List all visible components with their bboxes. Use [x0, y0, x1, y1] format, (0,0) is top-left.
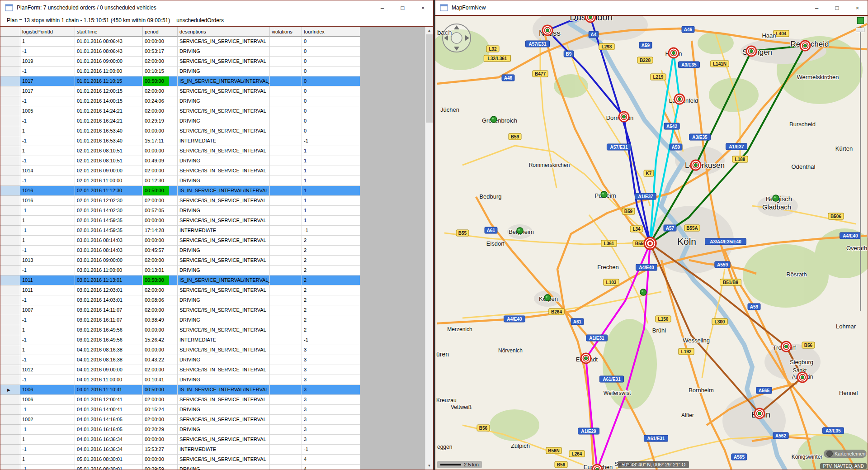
cell-period[interactable]: 02:00:00: [143, 305, 178, 315]
cell-startTime[interactable]: 04.01.2016 14:00:41: [75, 405, 143, 415]
cell-violations[interactable]: [270, 435, 302, 445]
grid-corner-cell[interactable]: [0, 27, 20, 37]
location-dot[interactable]: [601, 191, 607, 198]
cell-descriptions[interactable]: SERVICE/IS_IN_SERVICE_INTERVAL: [178, 196, 270, 206]
cell-tourIndex[interactable]: 0: [302, 66, 360, 76]
cell-violations[interactable]: [270, 335, 302, 345]
row-header[interactable]: [0, 176, 20, 186]
table-row[interactable]: -104.01.2016 08:16:3800:43:22DRIVING3: [0, 355, 361, 365]
cell-logisticPointId[interactable]: 1014: [20, 166, 75, 176]
stop-marker[interactable]: [800, 41, 810, 51]
row-header[interactable]: ▶: [0, 385, 20, 395]
cell-descriptions[interactable]: INTERMEDIATE: [178, 136, 270, 146]
cell-startTime[interactable]: 01.01.2016 16:24:21: [75, 116, 143, 126]
cell-violations[interactable]: [270, 325, 302, 335]
table-row[interactable]: -101.01.2016 16:24:2100:29:19DRIVING0: [0, 116, 361, 126]
cell-period[interactable]: 00:15:24: [143, 405, 178, 415]
cell-startTime[interactable]: 03.01.2016 16:49:56: [75, 335, 143, 345]
cell-violations[interactable]: [270, 57, 302, 66]
cell-logisticPointId[interactable]: 1: [20, 146, 75, 156]
cell-period[interactable]: 00:50:00: [143, 76, 178, 86]
cell-descriptions[interactable]: DRIVING: [178, 465, 270, 470]
row-header[interactable]: [0, 275, 20, 285]
cell-logisticPointId[interactable]: 1: [20, 325, 75, 335]
cell-violations[interactable]: [270, 405, 302, 415]
cell-logisticPointId[interactable]: 1: [20, 435, 75, 445]
cell-descriptions[interactable]: SERVICE/IS_IN_SERVICE_INTERVAL: [178, 236, 270, 246]
cell-logisticPointId[interactable]: 1011: [20, 285, 75, 295]
cell-logisticPointId[interactable]: -1: [20, 315, 75, 325]
stop-marker[interactable]: [619, 112, 629, 122]
stop-marker[interactable]: [669, 48, 679, 58]
cell-tourIndex[interactable]: 2: [302, 285, 360, 295]
table-row[interactable]: 101602.01.2016 11:12:3000:50:00IS_IN_SER…: [0, 186, 361, 196]
cell-logisticPointId[interactable]: -1: [20, 226, 75, 236]
cell-period[interactable]: 00:00:00: [143, 345, 178, 355]
cell-tourIndex[interactable]: 3: [302, 345, 360, 355]
cell-tourIndex[interactable]: 4: [302, 465, 360, 470]
row-header[interactable]: [0, 126, 20, 136]
cell-violations[interactable]: [270, 37, 302, 47]
cell-tourIndex[interactable]: 1: [302, 206, 360, 216]
close-button[interactable]: ×: [847, 1, 868, 15]
cell-descriptions[interactable]: DRIVING: [178, 116, 270, 126]
cell-descriptions[interactable]: SERVICE/IS_IN_SERVICE_INTERVAL: [178, 435, 270, 445]
cell-tourIndex[interactable]: -1: [302, 136, 360, 146]
cell-period[interactable]: 02:00:00: [143, 57, 178, 66]
column-header-violations[interactable]: violations: [270, 27, 302, 37]
row-header[interactable]: [0, 305, 20, 315]
cell-startTime[interactable]: 02.01.2016 12:02:30: [75, 196, 143, 206]
cell-period[interactable]: 00:00:00: [143, 126, 178, 136]
table-row[interactable]: 100204.01.2016 14:16:0502:00:00SERVICE/I…: [0, 415, 361, 425]
cell-logisticPointId[interactable]: 1016: [20, 196, 75, 206]
table-row[interactable]: -103.01.2016 11:00:0000:13:01DRIVING2: [0, 266, 361, 275]
cell-startTime[interactable]: 03.01.2016 08:14:03: [75, 236, 143, 246]
row-header[interactable]: [0, 435, 20, 445]
cell-violations[interactable]: [270, 136, 302, 146]
cell-violations[interactable]: [270, 465, 302, 470]
cell-logisticPointId[interactable]: 1: [20, 216, 75, 226]
row-header[interactable]: [0, 465, 20, 470]
row-header[interactable]: [0, 206, 20, 216]
cell-logisticPointId[interactable]: -1: [20, 295, 75, 305]
cell-period[interactable]: 15:26:42: [143, 335, 178, 345]
cell-period[interactable]: 00:50:00: [143, 275, 178, 285]
grid-vertical-scrollbar[interactable]: ▲ ▼: [425, 27, 433, 470]
cell-tourIndex[interactable]: 2: [302, 256, 360, 266]
cell-period[interactable]: 00:13:01: [143, 266, 178, 275]
cell-tourIndex[interactable]: -1: [302, 335, 360, 345]
cell-descriptions[interactable]: DRIVING: [178, 295, 270, 305]
cell-logisticPointId[interactable]: -1: [20, 445, 75, 455]
table-row[interactable]: -104.01.2016 16:36:3415:53:27INTERMEDIAT…: [0, 445, 361, 455]
location-dot[interactable]: [491, 116, 497, 123]
cell-violations[interactable]: [270, 285, 302, 295]
cell-logisticPointId[interactable]: -1: [20, 355, 75, 365]
cell-logisticPointId[interactable]: 1019: [20, 57, 75, 66]
mapform-titlebar[interactable]: MapFormNew – □ ×: [435, 0, 868, 15]
cell-startTime[interactable]: 02.01.2016 11:12:30: [75, 186, 143, 196]
cell-descriptions[interactable]: DRIVING: [178, 355, 270, 365]
cell-startTime[interactable]: 04.01.2016 12:00:41: [75, 395, 143, 405]
row-header[interactable]: [0, 47, 20, 57]
cell-descriptions[interactable]: DRIVING: [178, 66, 270, 76]
cell-descriptions[interactable]: SERVICE/IS_IN_SERVICE_INTERVAL: [178, 216, 270, 226]
cell-startTime[interactable]: 05.01.2016 08:30:01: [75, 465, 143, 470]
cell-logisticPointId[interactable]: 1012: [20, 365, 75, 375]
cell-violations[interactable]: [270, 355, 302, 365]
cell-tourIndex[interactable]: 0: [302, 106, 360, 116]
row-header[interactable]: [0, 156, 20, 166]
cell-startTime[interactable]: 01.01.2016 09:00:00: [75, 57, 143, 66]
cell-startTime[interactable]: 02.01.2016 11:00:00: [75, 176, 143, 186]
cell-tourIndex[interactable]: 2: [302, 236, 360, 246]
location-dot[interactable]: [773, 195, 779, 201]
row-header[interactable]: [0, 246, 20, 256]
cell-period[interactable]: 00:00:00: [143, 216, 178, 226]
row-header[interactable]: [0, 335, 20, 345]
cell-startTime[interactable]: 03.01.2016 11:00:00: [75, 266, 143, 275]
cell-startTime[interactable]: 04.01.2016 08:16:38: [75, 345, 143, 355]
cell-tourIndex[interactable]: 2: [302, 295, 360, 305]
cell-descriptions[interactable]: SERVICE/IS_IN_SERVICE_INTERVAL: [178, 365, 270, 375]
cell-descriptions[interactable]: SERVICE/IS_IN_SERVICE_INTERVAL: [178, 37, 270, 47]
cell-violations[interactable]: [270, 216, 302, 226]
stop-marker[interactable]: [542, 25, 552, 35]
